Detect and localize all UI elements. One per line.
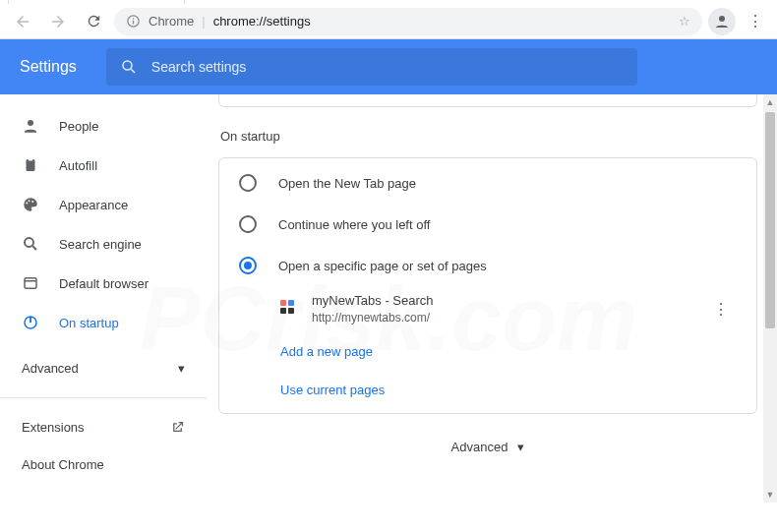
search-icon [120,58,138,76]
radio-selected-icon [239,257,257,274]
sidebar-item-label: Search engine [59,237,142,252]
toolbar: Chrome | chrome://settings ☆ ⋮ [0,4,777,39]
option-label: Open the New Tab page [278,176,416,191]
sidebar-item-people[interactable]: People [0,106,207,146]
sidebar-item-label: Appearance [59,198,128,212]
sidebar-item-autofill[interactable]: Autofill [0,146,207,185]
sidebar-item-appearance[interactable]: Appearance [0,185,207,224]
sidebar-about-label: About Chrome [22,457,104,472]
external-link-icon [170,420,185,435]
scroll-up-icon[interactable]: ▲ [763,94,777,110]
separator [0,397,207,398]
sidebar-item-on-startup[interactable]: On startup [0,303,207,342]
settings-header: Settings Search settings [0,39,777,94]
svg-line-9 [131,69,135,73]
svg-point-5 [133,18,135,20]
info-icon [126,14,141,29]
advanced-toggle[interactable]: Advanced ▾ [218,440,757,454]
svg-rect-12 [29,158,33,161]
sidebar-extensions[interactable]: Extensions [0,408,207,445]
option-label: Continue where you left off [278,217,430,232]
sidebar-about[interactable]: About Chrome [0,445,207,483]
svg-point-10 [28,120,33,126]
sidebar-item-label: On startup [59,316,119,330]
svg-point-14 [29,200,30,202]
address-path: chrome://settings [213,14,311,29]
svg-point-16 [25,238,33,247]
sidebar-item-search-engine[interactable]: Search engine [0,224,207,264]
address-separator: | [202,14,205,29]
tab-strip: Settings × + [0,0,777,4]
new-tab-button[interactable]: + [193,0,220,4]
svg-point-8 [123,61,132,70]
chevron-down-icon: ▾ [517,440,524,454]
sidebar-extensions-label: Extensions [22,420,85,435]
sidebar-advanced-label: Advanced [22,361,79,376]
previous-card-edge [218,94,757,107]
address-bar[interactable]: Chrome | chrome://settings ☆ [114,8,702,35]
chevron-down-icon: ▾ [178,361,185,376]
startup-option-specific[interactable]: Open a specific page or set of pages [219,245,756,286]
advanced-label: Advanced [451,440,508,454]
startup-option-newtab[interactable]: Open the New Tab page [219,162,756,204]
scroll-thumb[interactable] [765,112,775,328]
search-placeholder: Search settings [151,59,247,75]
sidebar-item-label: Default browser [59,276,149,291]
startup-option-continue[interactable]: Continue where you left off [219,204,756,245]
favicon-icon [280,300,298,318]
svg-rect-6 [133,21,134,25]
page-url: http://mynewtabs.com/ [312,310,434,326]
browser-tab[interactable]: Settings × [8,0,185,4]
page-more-icon[interactable]: ⋮ [713,300,737,319]
page-name: myNewTabs - Search [312,292,434,310]
sidebar-item-label: People [59,119,98,134]
scrollbar[interactable]: ▲ ▼ [763,94,777,502]
power-icon [22,314,39,331]
sidebar-item-default-browser[interactable]: Default browser [0,264,207,303]
option-label: Open a specific page or set of pages [278,259,487,273]
reload-button[interactable] [79,7,108,36]
svg-rect-18 [25,278,36,289]
svg-rect-11 [27,159,35,171]
radio-icon [239,174,257,192]
svg-point-15 [31,201,33,203]
search-settings[interactable]: Search settings [106,48,637,86]
palette-icon [22,196,39,213]
radio-icon [239,215,257,233]
svg-point-7 [719,16,725,22]
search-icon [22,235,39,253]
profile-avatar[interactable] [708,8,736,35]
startup-card: Open the New Tab page Continue where you… [218,157,757,414]
person-icon [22,117,39,135]
forward-button[interactable] [43,7,73,36]
section-title: On startup [220,129,757,144]
sidebar-item-label: Autofill [59,158,97,173]
clipboard-icon [22,156,39,174]
svg-line-17 [32,246,36,250]
use-current-pages-button[interactable]: Use current pages [280,371,756,409]
back-button[interactable] [8,7,37,36]
main-panel: On startup Open the New Tab page Continu… [207,94,777,502]
add-page-button[interactable]: Add a new page [280,332,756,371]
address-scheme: Chrome [149,14,194,29]
browser-icon [22,274,39,292]
bookmark-icon[interactable]: ☆ [679,14,690,29]
scroll-down-icon[interactable]: ▼ [763,487,777,502]
sidebar-advanced[interactable]: Advanced ▾ [0,348,207,387]
startup-page-row: myNewTabs - Search http://mynewtabs.com/… [280,286,756,332]
browser-menu-icon[interactable]: ⋮ [742,8,769,35]
page-title: Settings [20,58,77,76]
sidebar: People Autofill Appearance Search engine… [0,94,207,502]
svg-point-13 [26,203,28,205]
